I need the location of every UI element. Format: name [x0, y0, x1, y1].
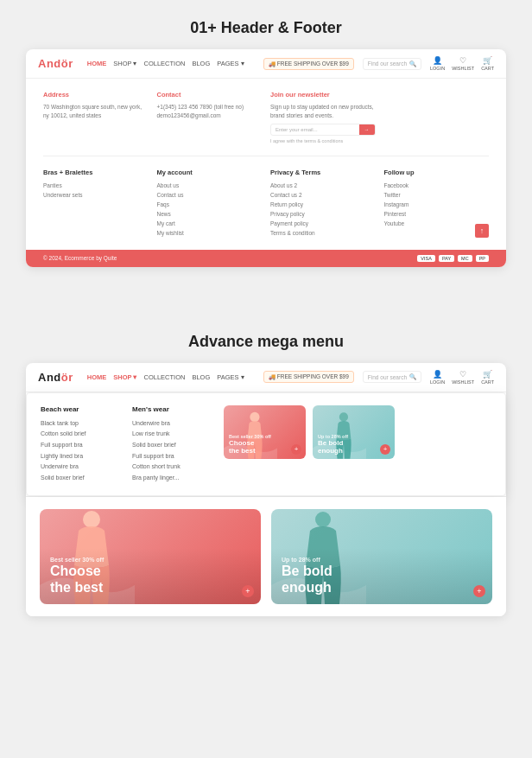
col2-link3[interactable]: Faqs [157, 200, 263, 209]
scroll-top-button[interactable]: ↑ [475, 224, 489, 238]
mega-nav-collection[interactable]: COLLECTION [143, 373, 185, 381]
mens-link3[interactable]: Solid boxer brief [132, 440, 210, 451]
search-bar[interactable]: Find our search 🔍 [363, 58, 421, 70]
beach-link5[interactable]: Underwire bra [41, 462, 118, 473]
col3-link2[interactable]: Contact us 2 [270, 190, 376, 200]
mega-shipping-badge: 🚚 FREE SHIPPING OVER $99 [263, 371, 354, 383]
large-product-card-2[interactable]: Up to 28% off Be boldenough + [271, 509, 492, 604]
col4-title: Follow up [384, 169, 490, 176]
mega-search-placeholder: Find our search [368, 374, 407, 380]
mega-login-button[interactable]: 👤 LOGIN [430, 370, 445, 385]
footer-col-contact: Contact +1(345) 123 456 7890 (toll free … [157, 91, 263, 143]
mens-link4[interactable]: Full support bra [132, 451, 210, 462]
col4-link1[interactable]: Facebook [384, 181, 490, 190]
col3-link4[interactable]: Privacy policy [270, 209, 376, 219]
small-product2-add[interactable]: + [380, 444, 390, 455]
section2-wrapper: Advance mega menu Andör HOME SHOP ▾ COLL… [0, 293, 532, 643]
mega-small-products: Best seller 30% off Choosethe best + [224, 405, 395, 484]
nav-shop[interactable]: SHOP ▾ [113, 60, 136, 67]
beach-link1[interactable]: Black tank top [41, 418, 118, 430]
col3-link6[interactable]: Terms & condition [270, 228, 376, 238]
mega-nav-home[interactable]: HOME [87, 373, 107, 381]
payment-icons: VISA PAY MC PP [417, 255, 489, 262]
col3-link3[interactable]: Return policy [270, 200, 376, 209]
large-product1-tag: Best seller 30% off [50, 557, 250, 563]
cart-button[interactable]: 🛒 CART [481, 56, 494, 71]
col3-link1[interactable]: About us 2 [270, 181, 376, 190]
small-product-card-1[interactable]: Best seller 30% off Choosethe best + [224, 405, 306, 459]
col4-link5[interactable]: Youtube [384, 219, 490, 228]
mega-logo: Andör [38, 371, 73, 384]
col2-link1[interactable]: About us [157, 181, 263, 190]
mega-dropdown: Beach wear Black tank top Cotton solid b… [26, 392, 506, 497]
mens-link5[interactable]: Cotton short trunk [132, 462, 210, 473]
beach-link4[interactable]: Lightly lined bra [41, 451, 118, 462]
mega-cart-button[interactable]: 🛒 CART [481, 370, 494, 385]
large-product2-tag: Up to 28% off [282, 557, 482, 563]
address-title: Address [43, 91, 149, 99]
mega-wishlist-label: WISHLIST [452, 379, 474, 385]
login-button[interactable]: 👤 LOGIN [430, 56, 445, 71]
newsletter-submit[interactable]: → [359, 124, 375, 135]
mens-link2[interactable]: Low rise trunk [132, 429, 210, 440]
shipping-badge: 🚚 FREE SHIPPING OVER $99 [263, 58, 354, 70]
mega-nav-shop[interactable]: SHOP ▾ [113, 373, 136, 381]
footer-col-newsletter: Join our newsletter Sign up to stay upda… [270, 91, 376, 143]
large-product1-title: Choosethe best [50, 563, 250, 596]
nav-blog[interactable]: BLOG [192, 60, 210, 67]
col2-link6[interactable]: My wishlist [157, 228, 263, 238]
mega-menu-card: Andör HOME SHOP ▾ COLLECTION BLOG PAGES … [26, 363, 506, 617]
col1-link2[interactable]: Underwear sets [43, 190, 149, 200]
mega-nav-blog[interactable]: BLOG [192, 373, 210, 381]
col4-link4[interactable]: Pinterest [384, 209, 490, 219]
logo: Andör [38, 57, 73, 70]
footer-section: Address 70 Washington square south, new … [26, 79, 506, 250]
footer-bottom-col3: Privacy & Terms About us 2 Contact us 2 … [270, 169, 376, 238]
col2-link5[interactable]: My cart [157, 219, 263, 228]
beach-link2[interactable]: Cotton solid brief [41, 429, 118, 440]
nav-pages[interactable]: PAGES ▾ [217, 60, 244, 67]
footer-top-grid: Address 70 Washington square south, new … [43, 91, 489, 156]
small-product1-add[interactable]: + [291, 444, 301, 455]
col2-title: My account [157, 169, 263, 176]
col1-link1[interactable]: Panties [43, 181, 149, 190]
footer-bottom-grid: Bras + Bralettes Panties Underwear sets … [43, 156, 489, 238]
col3-link5[interactable]: Payment policy [270, 219, 376, 228]
footer-top-section: Address 70 Washington square south, new … [26, 79, 506, 250]
small-product2-title: Be boldenough [318, 439, 390, 455]
mega-search-icon[interactable]: 🔍 [409, 373, 416, 380]
small-product1-title: Choosethe best [229, 439, 301, 455]
col4-link2[interactable]: Twitter [384, 190, 490, 200]
nav-collection[interactable]: COLLECTION [143, 60, 185, 67]
beach-link3[interactable]: Full support bra [41, 440, 118, 451]
beach-link6[interactable]: Solid boxer brief [41, 473, 118, 484]
newsletter-input[interactable]: Enter your email... [271, 124, 359, 135]
large-cards-section: Best seller 30% off Choosethe best + [26, 497, 506, 616]
mens-link6[interactable]: Bra panty linger... [132, 473, 210, 484]
address-text: 70 Washington square south, new york, ny… [43, 103, 149, 120]
nav-home[interactable]: HOME [87, 60, 107, 67]
wishlist-button[interactable]: ♡ WISHLIST [452, 56, 474, 71]
col2-link2[interactable]: Contact us [157, 190, 263, 200]
section2-title: Advance mega menu [26, 314, 506, 363]
footer-col-address: Address 70 Washington square south, new … [43, 91, 149, 143]
newsletter-agree: I agree with the terms & conditions [270, 138, 376, 143]
mens-link1[interactable]: Underwire bra [132, 418, 210, 430]
small-product-card-2[interactable]: Up to 28% off Be boldenough + [313, 405, 395, 459]
col2-link4[interactable]: News [157, 209, 263, 219]
col4-link3[interactable]: Instagram [384, 200, 490, 209]
footer-col-empty [384, 91, 490, 143]
mega-search-bar[interactable]: Find our search 🔍 [363, 371, 421, 383]
mega-header-icons: 👤 LOGIN ♡ WISHLIST 🛒 CART [430, 370, 494, 385]
large-product-card-1[interactable]: Best seller 30% off Choosethe best + [40, 509, 261, 604]
svg-point-0 [250, 412, 259, 422]
large-product2-title: Be boldenough [282, 563, 482, 596]
mega-cart-label: CART [481, 379, 494, 385]
header-icons: 👤 LOGIN ♡ WISHLIST 🛒 CART [430, 56, 494, 71]
search-icon[interactable]: 🔍 [409, 61, 416, 67]
col3-title: Privacy & Terms [270, 169, 376, 176]
mega-nav-pages[interactable]: PAGES ▾ [217, 373, 244, 381]
mega-wishlist-button[interactable]: ♡ WISHLIST [452, 370, 474, 385]
col1-title: Bras + Bralettes [43, 169, 149, 176]
mega-col-mens: Men's wear Underwire bra Low rise trunk … [132, 405, 210, 484]
